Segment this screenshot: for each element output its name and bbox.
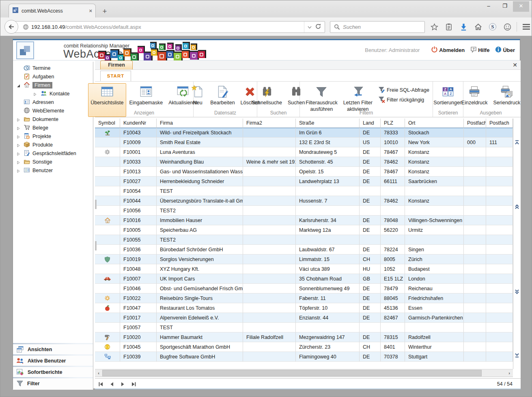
table-row[interactable]: F10036Bürobedarf Schröder GmbHLaubwaldst… xyxy=(95,245,513,255)
scroll-up-icon[interactable] xyxy=(514,204,520,211)
new-tab-button[interactable]: + xyxy=(99,6,110,17)
expander-collapsed-icon[interactable] xyxy=(17,168,21,173)
feedback-button[interactable] xyxy=(502,21,513,33)
sidebar-item-belege[interactable]: Belege xyxy=(13,123,93,132)
table-row[interactable]: F10047Restaurant Los TomatosTöpferstr. 1… xyxy=(95,303,513,313)
table-row[interactable]: F10017Alpenverein Edelweiß e.V.Enzianstr… xyxy=(95,313,513,323)
table-row[interactable]: F10009Smith Real Estate132 E 23rd StUS10… xyxy=(95,138,513,147)
last-page-button[interactable] xyxy=(131,381,136,388)
prev-page-button[interactable] xyxy=(109,381,114,388)
search-box[interactable]: Suchen xyxy=(330,21,425,33)
minimize-button[interactable]: – xyxy=(480,1,497,12)
sidebar-item-projekte[interactable]: Projekte xyxy=(13,132,93,140)
url-bar[interactable]: 192.168.10.49 /combit.WebAccess/default.… xyxy=(13,21,325,33)
table-row[interactable]: F10016Immobilien HauserKarlsruherstr. 34… xyxy=(95,216,513,225)
bookmarks-menu-button[interactable] xyxy=(444,21,454,33)
sidebar-footer-aktive-benutzer[interactable]: Aktive Benutzer xyxy=(13,356,93,366)
table-row[interactable]: F10019Sorglos VersicherungenLimmatstr. 1… xyxy=(95,255,513,264)
sidebar-item-sonstige[interactable]: Sonstige xyxy=(13,158,93,166)
sidebar-item-kontakte[interactable]: Kontakte xyxy=(13,89,93,98)
column-header-postfachplz[interactable]: PostfachP xyxy=(464,119,486,127)
column-header-land[interactable]: Land xyxy=(360,119,381,127)
downloads-button[interactable] xyxy=(458,21,469,33)
sidebar-item-webelemente[interactable]: WebElemente xyxy=(13,106,93,115)
column-header-symbol[interactable]: Symbol xyxy=(95,119,120,127)
table-row[interactable]: F10007UK Import Cars35 Chobham RoadGBE15… xyxy=(95,274,513,284)
cell-postfach xyxy=(486,284,513,293)
tab-firmen[interactable]: Firmen xyxy=(100,60,133,69)
table-row[interactable]: F10027Herrenbekleidung SchneiderLandwehr… xyxy=(95,177,513,186)
table-row[interactable]: F10022Reisebüro Single-ToursFaberstr. 11… xyxy=(95,293,513,303)
expander-collapsed-icon[interactable] xyxy=(17,143,21,147)
expander-collapsed-icon[interactable] xyxy=(33,92,37,96)
table-row[interactable]: F10033Weinhandlung BlauWeine & mehr seit… xyxy=(95,157,513,167)
browser-tab[interactable]: combit.WebAccess × xyxy=(9,4,96,17)
reload-icon[interactable] xyxy=(315,23,321,31)
scrollbar-thumb[interactable] xyxy=(102,370,482,376)
table-row[interactable]: F10054TEST xyxy=(95,186,513,196)
table-row[interactable]: F10013Gas- und Wasserinstallationen Wass… xyxy=(95,167,513,177)
home-button[interactable] xyxy=(473,21,483,33)
tab-close-icon[interactable]: × xyxy=(89,8,92,14)
scroll-left-icon[interactable]: ‹ xyxy=(95,369,102,377)
menu-button[interactable] xyxy=(521,21,532,33)
expander-collapsed-icon[interactable] xyxy=(17,160,21,164)
column-header-strasse[interactable]: Straße xyxy=(296,119,360,127)
back-button[interactable] xyxy=(4,20,18,34)
sidebar-item-gespr-chsleitf-den[interactable]: Gesprächsleitfäden xyxy=(13,149,93,158)
scroll-down-icon[interactable] xyxy=(514,289,520,296)
first-page-button[interactable] xyxy=(98,381,103,388)
table-row[interactable]: F10048XYZ Hungary Kft.Váci utca 389HU105… xyxy=(95,264,513,274)
sidebar-item-firmen[interactable]: Firmen xyxy=(13,81,93,89)
table-row[interactable]: F10045Sportgeschäft Marathon GmbHZürcher… xyxy=(95,342,513,352)
s-extension-button[interactable]: S xyxy=(487,21,498,33)
bookmark-star-button[interactable] xyxy=(429,21,439,33)
tab-start[interactable]: START xyxy=(100,71,131,81)
sidebar-footer-ansichten[interactable]: Ansichten xyxy=(13,344,93,354)
sidebar-footer-sofortberichte[interactable]: Sofortberichte xyxy=(13,367,93,377)
expander-collapsed-icon[interactable] xyxy=(17,151,21,155)
sidebar-item-dokumente[interactable]: Dokumente xyxy=(13,115,93,123)
expander-collapsed-icon[interactable] xyxy=(17,134,21,138)
sidebar-item-adressen[interactable]: Adressen xyxy=(13,98,93,106)
table-row[interactable]: F10005Speicherbau AGMarktweg 12aDE56220U… xyxy=(95,225,513,235)
ribbon-group-caption: Anzeigen xyxy=(95,110,193,116)
expander-collapsed-icon[interactable] xyxy=(17,126,21,130)
table-row[interactable]: F10001Luna AventurasMondrauteweg 5DE7846… xyxy=(95,147,513,157)
table-row[interactable]: F10044Übersetzungsbüro Translate-it-all … xyxy=(95,196,513,206)
ribbon-button-filter-rückgängig[interactable]: Filter rückgängig xyxy=(378,96,429,103)
sidebar-footer-filter[interactable]: Filter xyxy=(13,378,93,388)
about-button[interactable]: Über xyxy=(495,46,515,54)
ribbon-button-freie-sql-abfrage[interactable]: Freie SQL-Abfrage xyxy=(378,86,429,93)
scroll-bottom-icon[interactable] xyxy=(514,352,520,360)
column-header-postfach[interactable]: Postfach xyxy=(486,119,513,127)
sidebar-item-produkte[interactable]: Produkte xyxy=(13,140,93,149)
table-row[interactable]: F10020Hammer BaumarktFiliale RadolfzellM… xyxy=(95,332,513,342)
help-button[interactable]: ?Hilfe xyxy=(470,46,489,54)
sidebar-item-benutzer[interactable]: $Benutzer xyxy=(13,166,93,175)
table-row[interactable]: F10039Bugfree Software GmbHFlamingoweg 4… xyxy=(95,352,513,362)
close-button[interactable]: ✕ xyxy=(513,1,529,12)
column-header-plz[interactable]: PLZ xyxy=(381,119,405,127)
logout-button[interactable]: Abmelden xyxy=(431,46,465,54)
column-header-ort[interactable]: Ort xyxy=(405,119,464,127)
table-row[interactable]: F10056TEST2 xyxy=(95,206,513,216)
scroll-right-icon[interactable]: › xyxy=(506,369,513,377)
sidebar-item-aufgaben[interactable]: Aufgaben xyxy=(13,72,93,81)
table-row[interactable]: F10057TEST xyxy=(95,323,513,332)
table-row[interactable]: F10055TEST2 xyxy=(95,235,513,245)
sidebar-item-termine[interactable]: Termine xyxy=(13,64,93,72)
maximize-button[interactable]: ❐ xyxy=(497,1,513,12)
table-row[interactable]: F10046Obst- und Gemüsehandel Frisch GmbH… xyxy=(95,284,513,293)
expander-expanded-icon[interactable] xyxy=(17,83,21,87)
scroll-top-icon[interactable] xyxy=(514,140,520,147)
next-page-button[interactable] xyxy=(120,381,125,388)
column-header-kundennr[interactable]: KundenNr xyxy=(120,119,157,127)
column-header-firma2[interactable]: Firma2 xyxy=(243,119,296,127)
column-header-firma[interactable]: Firma xyxy=(157,119,243,127)
content-close-icon[interactable]: ✕ xyxy=(513,62,517,68)
table-row[interactable]: F10043Wild- und Freizeitpark StockachIm … xyxy=(95,128,513,138)
expander-collapsed-icon[interactable] xyxy=(17,117,21,121)
chevron-down-icon[interactable] xyxy=(308,24,312,30)
horizontal-scrollbar[interactable]: ‹ › xyxy=(95,369,513,377)
